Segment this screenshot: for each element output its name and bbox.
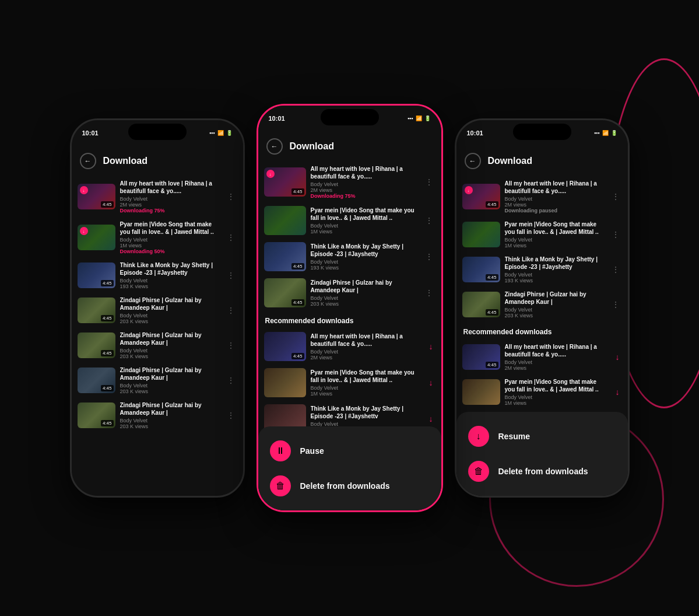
video-channel-left-6: Body Velvet [120, 383, 220, 388]
more-button-left-4[interactable]: ⋮ [224, 303, 237, 317]
video-channel-center-4: Body Velvet [311, 295, 418, 301]
video-views-center-1: 2M views [311, 187, 418, 193]
video-item-center-4[interactable]: 4:45 Zindagi Phirse | Gulzar hai by Aman… [258, 275, 441, 311]
back-icon-left: ← [85, 157, 92, 165]
more-button-left-2[interactable]: ⋮ [224, 230, 237, 244]
video-item-center-3[interactable]: 4:45 Think Like a Monk by Jay Shetty | E… [258, 239, 441, 275]
video-status-left-1: Downloading 75% [120, 208, 220, 214]
sheet-item-resume[interactable]: ↓ Resume [456, 419, 628, 454]
video-views-right-1: 2M views [505, 202, 605, 208]
video-info-left-3: Think Like a Monk by Jay Shetty | Episod… [120, 261, 220, 289]
more-button-center-1[interactable]: ⋮ [423, 175, 435, 189]
duration-center-1: 4:45 [291, 188, 304, 195]
more-button-right-3[interactable]: ⋮ [609, 262, 622, 276]
video-item-left-3[interactable]: 4:45 Think Like a Monk by Jay Shetty | E… [72, 258, 243, 293]
phone-center: 10:01 ▪▪▪ 📶 🔋 ← Download ↓ 4:45 [257, 104, 443, 512]
duration-left-3: 4:45 [101, 280, 114, 286]
more-button-left-1[interactable]: ⋮ [224, 190, 237, 204]
sheet-item-delete[interactable]: 🗑 Delete from downloads [258, 468, 441, 503]
rec-item-right-2[interactable]: Pyar mein |Video Song that make you fall… [456, 374, 628, 410]
bottom-sheet-right: ↓ Resume 🗑 Delete from downloads [456, 412, 628, 496]
download-icon-right-1: ↓ [465, 186, 473, 194]
video-item-left-6[interactable]: 4:45 Zindagi Phirse | Gulzar hai by Aman… [72, 363, 243, 398]
video-title-right-1: All my heart with love | Rihana | a beau… [505, 180, 605, 195]
rec-download-btn-right-1[interactable]: ↓ [613, 350, 622, 364]
more-button-left-3[interactable]: ⋮ [224, 268, 237, 282]
recommended-section-header-center: Recommended downloads [258, 311, 441, 328]
thumbnail-right-2 [462, 222, 500, 247]
thumbnail-left-6: 4:45 [78, 368, 115, 393]
video-item-left-5[interactable]: 4:45 Zindagi Phirse | Gulzar hai by Aman… [72, 328, 243, 363]
rec-title-center-2: Pyar mein |Video Song that make you fall… [311, 369, 422, 384]
video-channel-right-1: Body Velvet [505, 196, 605, 202]
status-time-right: 10:01 [467, 130, 483, 136]
rec-download-btn-right-2[interactable]: ↓ [613, 385, 622, 399]
video-item-right-4[interactable]: 4:45 Zindagi Phirse | Gulzar hai by Aman… [456, 287, 628, 322]
rec-download-btn-center-2[interactable]: ↓ [427, 376, 435, 390]
rec-download-btn-center-3[interactable]: ↓ [427, 412, 435, 426]
thumb-wrap-left-1: ↓ 4:45 [78, 184, 115, 209]
video-title-center-4: Zindagi Phirse | Gulzar hai by Amandeep … [311, 279, 418, 294]
back-button-center[interactable]: ← [266, 138, 283, 155]
video-info-center-4: Zindagi Phirse | Gulzar hai by Amandeep … [311, 279, 418, 307]
rec-info-center-1: All my heart with love | Rihana | a beau… [311, 332, 422, 360]
video-status-left-2: Downloading 50% [120, 249, 220, 254]
back-button-right[interactable]: ← [465, 153, 481, 169]
more-button-right-2[interactable]: ⋮ [609, 228, 622, 242]
video-info-left-5: Zindagi Phirse | Gulzar hai by Amandeep … [120, 331, 220, 359]
rec-item-center-2[interactable]: Pyar mein |Video Song that make you fall… [258, 365, 441, 401]
more-button-center-2[interactable]: ⋮ [423, 214, 435, 228]
pause-label: Pause [300, 446, 324, 456]
rec-title-center-1: All my heart with love | Rihana | a beau… [311, 332, 422, 348]
rec-item-right-1[interactable]: 4:45 All my heart with love | Rihana | a… [456, 340, 628, 374]
video-item-left-2[interactable]: ↓ Pyar mein |Video Song that make you fa… [72, 217, 243, 258]
video-item-right-2[interactable]: Pyar mein |Video Song that make you fall… [456, 217, 628, 252]
sheet-item-pause[interactable]: ⏸ Pause [258, 433, 441, 468]
back-icon-right: ← [469, 157, 476, 165]
screen-title-left: Download [103, 156, 147, 166]
rec-item-center-1[interactable]: 4:45 All my heart with love | Rihana | a… [258, 328, 441, 365]
video-views-left-7: 203 K views [120, 424, 220, 429]
back-button-left[interactable]: ← [80, 153, 96, 169]
status-icons-right: ▪▪▪ 📶 🔋 [594, 130, 617, 136]
video-title-left-4: Zindagi Phirse | Gulzar hai by Amandeep … [120, 296, 220, 312]
pause-icon: ⏸ [276, 446, 285, 456]
signal-icon-center: ▪▪▪ [408, 116, 413, 121]
sheet-item-delete-right[interactable]: 🗑 Delete from downloads [456, 454, 628, 489]
video-item-right-3[interactable]: 4:45 Think Like a Monk by Jay Shetty | E… [456, 252, 628, 287]
video-item-left-7[interactable]: 4:45 Zindagi Phirse | Gulzar hai by Aman… [72, 398, 243, 433]
video-item-center-1[interactable]: ↓ 4:45 All my heart with love | Rihana |… [258, 162, 441, 202]
rec-download-btn-center-1[interactable]: ↓ [427, 340, 435, 354]
video-item-right-1[interactable]: ↓ 4:45 All my heart with love | Rihana |… [456, 176, 628, 217]
more-button-left-5[interactable]: ⋮ [224, 338, 237, 352]
more-button-center-4[interactable]: ⋮ [423, 286, 435, 300]
more-button-left-7[interactable]: ⋮ [224, 408, 237, 422]
duration-center-3: 4:45 [291, 263, 304, 270]
more-button-right-4[interactable]: ⋮ [609, 298, 622, 312]
more-button-right-1[interactable]: ⋮ [609, 190, 622, 204]
notch-island-left [128, 124, 187, 140]
rec-views-center-2: 1M views [311, 391, 422, 397]
video-item-left-1[interactable]: ↓ 4:45 All my heart with love | Rihana |… [72, 176, 243, 217]
delete-label: Delete from downloads [300, 481, 390, 491]
video-title-center-1: All my heart with love | Rihana | a beau… [311, 165, 418, 180]
video-title-right-3: Think Like a Monk by Jay Shetty | Episod… [505, 256, 605, 271]
video-item-center-2[interactable]: Pyar mein |Video Song that make you fall… [258, 202, 441, 239]
thumbnail-center-2 [264, 206, 306, 235]
video-info-center-2: Pyar mein |Video Song that make you fall… [311, 206, 418, 235]
video-item-left-4[interactable]: 4:45 Zindagi Phirse | Gulzar hai by Aman… [72, 293, 243, 328]
download-icon-left-1: ↓ [80, 186, 88, 194]
status-time-center: 10:01 [269, 115, 285, 122]
video-channel-left-4: Body Velvet [120, 313, 220, 318]
video-channel-left-7: Body Velvet [120, 418, 220, 424]
delete-icon-right: 🗑 [474, 466, 483, 477]
rec-title-right-2: Pyar mein |Video Song that make you fall… [505, 378, 609, 393]
phone-right-screen: ← Download ↓ 4:45 All my heart with love… [456, 146, 628, 496]
more-button-left-6[interactable]: ⋮ [224, 373, 237, 387]
video-views-left-5: 203 K views [120, 354, 220, 359]
duration-left-6: 4:45 [101, 385, 114, 391]
more-button-center-3[interactable]: ⋮ [423, 250, 435, 264]
video-title-right-2: Pyar mein |Video Song that make you fall… [505, 220, 605, 236]
recommended-section-header-right: Recommended downloads [456, 322, 628, 340]
video-title-left-3: Think Like a Monk by Jay Shetty | Episod… [120, 261, 220, 276]
